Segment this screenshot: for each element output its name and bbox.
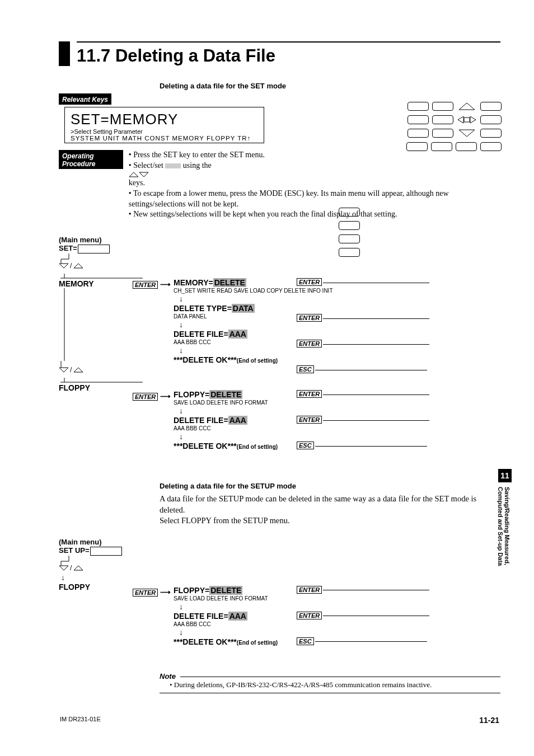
- end-of-setting-3: (End of setting): [237, 640, 278, 646]
- key-r4c1[interactable]: [406, 142, 428, 151]
- bullet-1: Press the SET key to enter the SET menu.: [129, 150, 500, 161]
- enter-key-7: ENTER: [297, 612, 322, 619]
- section-subhead-setup: Deleting a data file for the SETUP mode: [160, 482, 500, 490]
- up-down-nav-icon-1: /: [59, 253, 92, 270]
- arrow-icon-2: ⟶: [160, 393, 171, 401]
- svg-marker-1: [458, 116, 463, 123]
- cursor-field-icon: [165, 163, 181, 168]
- delete-ok-label-1: ***DELETE OK***: [174, 355, 237, 364]
- key-r4c3[interactable]: [456, 142, 477, 151]
- svg-marker-6: [139, 172, 148, 177]
- svg-marker-25: [59, 566, 68, 570]
- esc-key-3: ESC: [297, 637, 314, 645]
- delete-file-label-3: DELETE FILE=AAA: [174, 612, 247, 621]
- key-r1c2[interactable]: [432, 102, 453, 111]
- keypad-panel: [406, 102, 502, 151]
- floppy-opts-2: SAVE LOAD DELETE INFO FORMAT: [174, 595, 278, 602]
- arrow-icon-3: ⟶: [160, 589, 171, 597]
- key-r2c1[interactable]: [407, 115, 429, 124]
- key-r1c4[interactable]: [480, 102, 502, 111]
- floppy-label-2: FLOPPY: [59, 583, 122, 591]
- memory-label: MEMORY: [59, 279, 143, 288]
- note-heading: Note: [160, 672, 180, 680]
- down-arrow-icon: ↓: [179, 602, 278, 611]
- key-r3c2[interactable]: [432, 129, 453, 138]
- lcd-panel: SET=MEMORY >Select Setting Parameter SYS…: [64, 107, 264, 143]
- delete-file-label-2: DELETE FILE=AAA: [174, 416, 247, 425]
- up-down-keys-icon: [129, 171, 149, 178]
- down-arrow-icon: ↓: [179, 628, 278, 637]
- branch-line-memory: [59, 274, 143, 279]
- enter-key-2: ENTER: [297, 314, 322, 322]
- floppy-eq-label-2: FLOPPY=DELETE: [174, 586, 242, 595]
- svg-marker-10: [59, 264, 68, 268]
- key-r1c1[interactable]: [407, 102, 429, 111]
- setup-body-2: Select FLOPPY from the SETUP menu.: [160, 515, 500, 527]
- down-key-icon[interactable]: [457, 129, 477, 138]
- svg-marker-17: [59, 368, 68, 372]
- delete-file-label-1: DELETE FILE=AAA: [174, 330, 247, 339]
- softkey-1[interactable]: [339, 208, 360, 217]
- enter-key-3: ENTER: [297, 340, 322, 348]
- svg-text:/: /: [70, 366, 72, 374]
- chapter-tab-text: Saving/Reading Measured,Computed and Set…: [497, 487, 510, 566]
- delete-ok-label-2: ***DELETE OK***: [174, 442, 237, 450]
- main-menu-label-2: (Main menu): [59, 538, 122, 546]
- left-right-key-icon[interactable]: [457, 115, 477, 124]
- delete-type-label: DELETE TYPE=DATA: [174, 304, 255, 313]
- setup-body-1: A data file for the SETUP mode can be de…: [160, 494, 500, 515]
- enter-key-floppy: ENTER: [133, 393, 158, 401]
- down-arrow-icon: ↓: [61, 573, 122, 582]
- key-r4c4[interactable]: [480, 142, 502, 151]
- svg-rect-2: [464, 118, 470, 122]
- svg-text:/: /: [70, 262, 72, 270]
- svg-marker-0: [459, 103, 475, 110]
- memory-opts: CH_SET WRITE READ SAVE LOAD COPY DELETE …: [174, 288, 333, 294]
- memory-eq-label: MEMORY=DELETE: [174, 278, 246, 287]
- svg-marker-12: [74, 264, 83, 268]
- relevant-keys-label: Relevant Keys: [59, 93, 111, 105]
- up-down-nav-icon-3: /: [59, 556, 92, 572]
- enter-key-1: ENTER: [297, 278, 322, 286]
- lcd-options: SYSTEM UNIT MATH CONST MEMORY FLOPPY TR↑: [71, 135, 258, 142]
- softkey-2[interactable]: [339, 221, 360, 230]
- lcd-mode-line: SET=MEMORY: [71, 111, 258, 128]
- lcd-select-prompt: >Select Setting Parameter: [71, 128, 258, 135]
- key-r3c4[interactable]: [480, 129, 502, 138]
- enter-key-memory: ENTER: [133, 281, 158, 289]
- down-arrow-icon: ↓: [179, 294, 333, 303]
- procedure-bullets: Press the SET key to enter the SET menu.…: [129, 150, 500, 220]
- delete-file-opts-2: AAA BBB CCC: [174, 425, 278, 431]
- bullet-4: New settings/selections will be kept whe…: [129, 209, 500, 220]
- arrow-icon-1: ⟶: [160, 281, 171, 289]
- up-down-nav-icon-2: /: [59, 361, 92, 378]
- end-of-setting-2: (End of setting): [237, 444, 278, 450]
- key-r2c4[interactable]: [480, 115, 502, 124]
- enter-key-floppy-2: ENTER: [133, 589, 158, 597]
- up-key-icon[interactable]: [457, 102, 477, 111]
- key-r3c1[interactable]: [407, 129, 429, 138]
- branch-line-floppy: [59, 378, 143, 383]
- svg-marker-3: [470, 116, 476, 123]
- note-body: • During deletions, GP-IB/RS-232-C/RS-42…: [160, 677, 500, 693]
- bullet-2: Select/set using the keys.: [129, 161, 500, 189]
- svg-marker-4: [459, 130, 475, 137]
- footer-doc-id: IM DR231-01E: [60, 716, 101, 725]
- svg-marker-5: [129, 172, 138, 177]
- main-menu-label-1: (Main menu): [59, 236, 143, 244]
- enter-key-6: ENTER: [297, 586, 322, 594]
- chapter-tab: 11: [498, 469, 512, 482]
- set-field-label: SET=: [59, 244, 143, 253]
- vert-line-memory: [59, 288, 70, 361]
- down-arrow-icon: ↓: [179, 432, 278, 441]
- enter-key-5: ENTER: [297, 416, 322, 424]
- enter-key-4: ENTER: [297, 390, 322, 398]
- key-r4c2[interactable]: [431, 142, 452, 151]
- heading-bar: [59, 41, 70, 66]
- floppy-label-1: FLOPPY: [59, 383, 143, 392]
- key-r2c2[interactable]: [432, 115, 453, 124]
- footer-page-number: 11-21: [479, 716, 499, 725]
- set-blank-field: [78, 245, 110, 253]
- esc-key-1: ESC: [297, 365, 314, 373]
- end-of-setting-1: (End of setting): [237, 358, 278, 364]
